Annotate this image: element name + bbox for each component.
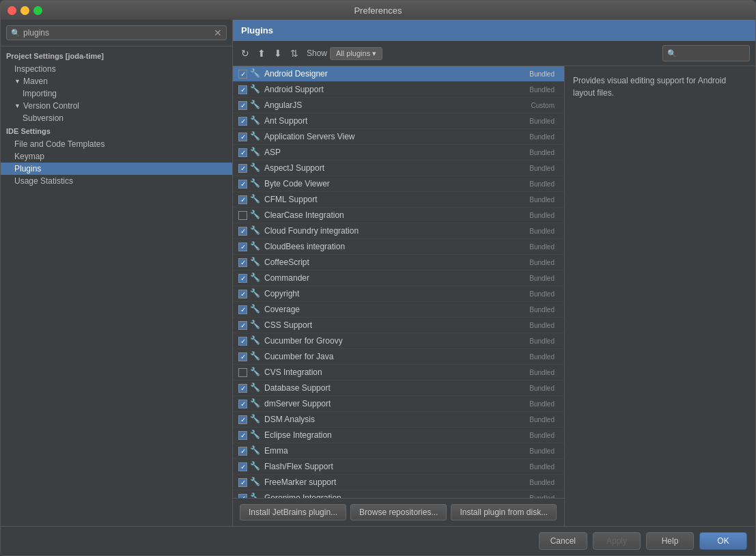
refresh-button[interactable]: ↻: [238, 46, 252, 60]
plugin-row[interactable]: ✓🔧Database SupportBundled: [233, 380, 564, 396]
plugin-row[interactable]: ✓🔧ASPBundled: [233, 145, 564, 161]
plugin-checkbox[interactable]: ✓: [238, 352, 247, 361]
ok-button[interactable]: OK: [699, 532, 747, 550]
plugin-row[interactable]: ✓🔧Application Servers ViewBundled: [233, 129, 564, 145]
sort-down-button[interactable]: ⬇: [271, 46, 285, 60]
plugin-icon: 🔧: [250, 288, 261, 299]
plugin-checkbox[interactable]: ✓: [238, 227, 247, 236]
plugin-row[interactable]: ✓🔧Cloud Foundry integrationBundled: [233, 223, 564, 239]
plugin-icon: 🔧: [250, 257, 261, 268]
plugin-row[interactable]: ✓🔧CoverageBundled: [233, 302, 564, 318]
plugin-checkbox[interactable]: ✓: [238, 117, 247, 126]
plugin-checkbox[interactable]: ✓: [238, 101, 247, 110]
plugin-checkbox[interactable]: ✓: [238, 133, 247, 141]
sidebar-item-label: Maven: [23, 77, 48, 86]
plugin-checkbox[interactable]: ✓: [238, 195, 247, 204]
sidebar-item-maven[interactable]: ▼ Maven: [1, 75, 232, 87]
plugin-row[interactable]: ✓🔧dmServer SupportBundled: [233, 396, 564, 412]
sidebar-item-file-templates[interactable]: File and Code Templates: [1, 138, 232, 150]
plugin-checkbox[interactable]: ✓: [238, 290, 247, 298]
plugin-name: Copyright: [264, 289, 525, 298]
sidebar-item-subversion[interactable]: Subversion: [1, 112, 232, 124]
sort-button[interactable]: ⬆: [255, 46, 268, 60]
plugin-checkbox[interactable]: ✓: [238, 415, 247, 424]
sidebar-item-label: Subversion: [23, 113, 64, 123]
plugin-name: CoffeeScript: [264, 258, 525, 267]
plugin-row[interactable]: ✓🔧EmmaBundled: [233, 443, 564, 459]
plugin-name: CSS Support: [264, 320, 525, 330]
plugin-checkbox[interactable]: ✓: [238, 70, 247, 79]
plugin-row[interactable]: ✓🔧Android DesignerBundled: [233, 66, 564, 82]
install-disk-button[interactable]: Install plugin from disk...: [451, 504, 557, 520]
plugin-checkbox[interactable]: ✓: [238, 305, 247, 314]
plugin-search-input[interactable]: [677, 47, 745, 59]
plugin-checkbox[interactable]: ✓: [238, 85, 247, 94]
plugin-icon: 🔧: [250, 320, 261, 331]
search-wrap: 🔍 ✕: [6, 25, 227, 40]
plugin-checkbox[interactable]: ✓: [238, 180, 247, 189]
plugin-row[interactable]: ✓🔧FreeMarker supportBundled: [233, 475, 564, 490]
sort-alpha-button[interactable]: ⇅: [288, 46, 301, 60]
plugin-badge: Bundled: [525, 274, 559, 283]
sidebar: 🔍 ✕ Project Settings [joda-time] Inspect…: [1, 20, 233, 526]
plugin-checkbox[interactable]: ✓: [238, 384, 247, 393]
plugin-icon: 🔧: [250, 304, 261, 315]
plugin-checkbox[interactable]: ✓: [238, 164, 247, 173]
maximize-button[interactable]: [33, 6, 42, 15]
plugin-row[interactable]: 🔧ClearCase IntegrationBundled: [233, 208, 564, 223]
plugin-row[interactable]: ✓🔧DSM AnalysisBundled: [233, 412, 564, 428]
sidebar-item-keymap[interactable]: Keymap: [1, 150, 232, 163]
plugin-row[interactable]: ✓🔧Cucumber for JavaBundled: [233, 349, 564, 365]
plugin-row[interactable]: ✓🔧CSS SupportBundled: [233, 318, 564, 333]
sidebar-item-inspections[interactable]: Inspections: [1, 63, 232, 75]
plugin-checkbox[interactable]: ✓: [238, 148, 247, 157]
plugin-checkbox[interactable]: [238, 211, 247, 220]
browse-repos-button[interactable]: Browse repositories...: [350, 504, 447, 520]
sidebar-item-plugins[interactable]: Plugins: [1, 163, 232, 175]
plugin-name: Cloud Foundry integration: [264, 226, 525, 236]
plugin-row[interactable]: ✓🔧AspectJ SupportBundled: [233, 161, 564, 176]
plugin-checkbox[interactable]: ✓: [238, 478, 247, 487]
plugin-row[interactable]: ✓🔧Ant SupportBundled: [233, 113, 564, 129]
plugin-checkbox[interactable]: ✓: [238, 258, 247, 267]
sidebar-item-version-control[interactable]: ▼ Version Control: [1, 100, 232, 112]
plugin-checkbox[interactable]: ✓: [238, 321, 247, 330]
dropdown-icon: ▾: [372, 49, 376, 58]
sidebar-item-importing[interactable]: Importing: [1, 87, 232, 100]
plugin-name: Cucumber for Groovy: [264, 336, 525, 346]
plugin-icon: 🔧: [250, 100, 261, 111]
help-button[interactable]: Help: [646, 532, 694, 550]
apply-button[interactable]: Apply: [593, 532, 641, 550]
plugin-checkbox[interactable]: ✓: [238, 337, 247, 346]
search-clear-icon[interactable]: ✕: [214, 28, 222, 38]
all-plugins-button[interactable]: All plugins ▾: [330, 47, 382, 60]
plugin-row[interactable]: 🔧CVS IntegrationBundled: [233, 365, 564, 380]
plugin-row[interactable]: ✓🔧CopyrightBundled: [233, 286, 564, 302]
plugin-name: CFML Support: [264, 195, 525, 204]
plugin-checkbox[interactable]: ✓: [238, 431, 247, 440]
plugin-row[interactable]: ✓🔧Android SupportBundled: [233, 82, 564, 98]
plugin-row[interactable]: ✓🔧Eclipse IntegrationBundled: [233, 428, 564, 443]
plugin-row[interactable]: ✓🔧Flash/Flex SupportBundled: [233, 459, 564, 475]
plugin-row[interactable]: ✓🔧Cucumber for GroovyBundled: [233, 333, 564, 349]
cancel-button[interactable]: Cancel: [539, 532, 587, 550]
sidebar-search-input[interactable]: [23, 28, 214, 38]
plugin-checkbox[interactable]: ✓: [238, 462, 247, 471]
minimize-button[interactable]: [20, 6, 29, 15]
plugin-row[interactable]: ✓🔧CFML SupportBundled: [233, 192, 564, 208]
plugin-icon: 🔧: [250, 477, 261, 488]
plugin-row[interactable]: ✓🔧CommanderBundled: [233, 270, 564, 286]
close-button[interactable]: [8, 6, 16, 15]
plugin-row[interactable]: ✓🔧Geronimo IntegrationBundled: [233, 490, 564, 498]
plugin-row[interactable]: ✓🔧CloudBees integrationBundled: [233, 239, 564, 255]
plugin-row[interactable]: ✓🔧Byte Code ViewerBundled: [233, 176, 564, 192]
plugin-checkbox[interactable]: ✓: [238, 447, 247, 456]
sidebar-item-usage-statistics[interactable]: Usage Statistics: [1, 175, 232, 187]
plugin-row[interactable]: ✓🔧CoffeeScriptBundled: [233, 255, 564, 270]
plugin-checkbox[interactable]: ✓: [238, 400, 247, 408]
plugin-checkbox[interactable]: [238, 368, 247, 377]
install-jetbrains-button[interactable]: Install JetBrains plugin...: [240, 504, 346, 520]
plugin-row[interactable]: ✓🔧AngularJSCustom: [233, 98, 564, 113]
plugin-checkbox[interactable]: ✓: [238, 274, 247, 283]
plugin-checkbox[interactable]: ✓: [238, 242, 247, 251]
